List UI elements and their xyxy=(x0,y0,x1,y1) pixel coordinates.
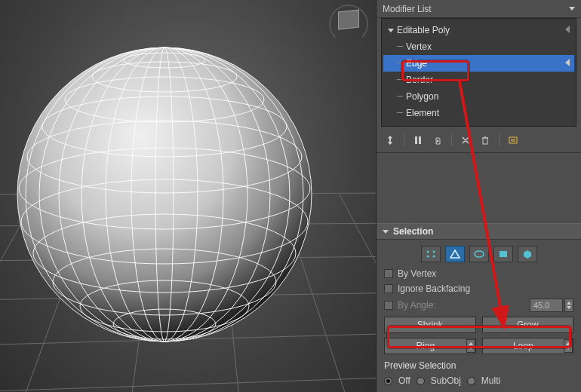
level-border-button[interactable] xyxy=(469,246,489,262)
shrink-button[interactable]: Shrink xyxy=(384,317,476,333)
rollup-title: Selection xyxy=(393,226,433,237)
svg-point-43 xyxy=(426,256,429,258)
svg-rect-33 xyxy=(419,136,421,144)
by-angle-spinner[interactable] xyxy=(530,299,573,312)
radio-multi[interactable] xyxy=(467,377,475,385)
checkbox-icon xyxy=(384,269,393,278)
modifier-list-label: Modifier List xyxy=(383,4,432,14)
checkbox-label: By Vertex xyxy=(398,268,436,279)
make-unique-icon[interactable] xyxy=(432,134,444,146)
viewport-3d[interactable] xyxy=(0,0,376,392)
level-element-button[interactable] xyxy=(518,246,537,262)
button-label: Ring xyxy=(385,341,466,351)
subobject-label: Edge xyxy=(406,58,427,69)
selection-rollup-body: By Vertex Ignore Backfacing By Angle: Sh… xyxy=(377,240,581,392)
configure-sets-icon[interactable] xyxy=(507,134,519,146)
pin-icon[interactable] xyxy=(384,134,396,146)
svg-line-5 xyxy=(0,377,376,392)
stack-toolbar xyxy=(377,131,581,153)
subobject-edge[interactable]: Edge xyxy=(383,55,574,72)
level-edge-button[interactable] xyxy=(445,246,465,262)
spinner-arrows[interactable] xyxy=(564,299,573,312)
ignore-backfacing-checkbox[interactable]: Ignore Backfacing xyxy=(384,283,573,294)
remove-modifier-icon[interactable] xyxy=(460,134,472,146)
svg-rect-32 xyxy=(415,136,417,144)
subobject-label: Polygon xyxy=(406,91,438,102)
button-label: Loop xyxy=(483,341,564,351)
radio-label: Multi xyxy=(481,375,500,386)
svg-point-45 xyxy=(475,251,484,257)
preview-selection-label: Preview Selection xyxy=(384,360,573,371)
svg-point-44 xyxy=(432,256,435,258)
subobject-label: Border xyxy=(406,75,433,85)
subobject-border[interactable]: Border xyxy=(383,72,574,88)
viewport-scene xyxy=(0,0,376,392)
subobject-polygon[interactable]: Polygon xyxy=(383,88,574,105)
subobject-label: Vertex xyxy=(406,41,432,52)
by-angle-row: By Angle: xyxy=(384,299,573,312)
level-polygon-button[interactable] xyxy=(493,246,513,262)
subobject-vertex[interactable]: Vertex xyxy=(383,38,574,55)
subobject-level-buttons xyxy=(384,244,573,264)
svg-rect-38 xyxy=(509,137,517,143)
level-vertex-button[interactable] xyxy=(421,246,441,262)
button-label: Grow xyxy=(483,320,573,330)
by-angle-label: By Angle: xyxy=(398,300,436,311)
spinner-arrows[interactable] xyxy=(466,339,475,353)
chevron-left-icon xyxy=(565,59,570,66)
spinner-arrows[interactable] xyxy=(564,339,573,353)
svg-point-42 xyxy=(432,251,435,253)
expand-icon[interactable] xyxy=(388,29,394,32)
loop-button[interactable]: Loop xyxy=(482,338,574,354)
svg-point-34 xyxy=(437,140,439,142)
chevron-left-icon xyxy=(565,26,570,33)
modifier-list-dropdown[interactable]: Modifier List xyxy=(377,0,581,18)
grow-button[interactable]: Grow xyxy=(482,317,574,333)
radio-subobj[interactable] xyxy=(417,377,425,385)
modifier-stack: Editable Poly Vertex Edge Border Polygon… xyxy=(381,18,576,127)
stack-item-editable-poly[interactable]: Editable Poly xyxy=(383,22,574,38)
subobject-element[interactable]: Element xyxy=(383,105,574,121)
app-root: Modifier List Editable Poly Vertex Edge … xyxy=(0,0,581,392)
button-label: Shrink xyxy=(385,320,475,330)
checkbox-icon[interactable] xyxy=(384,301,393,310)
svg-point-41 xyxy=(426,251,429,253)
selection-rollup-header[interactable]: Selection xyxy=(377,223,581,240)
trash-icon[interactable] xyxy=(479,134,491,146)
checkbox-label: Ignore Backfacing xyxy=(398,283,470,294)
by-vertex-checkbox[interactable]: By Vertex xyxy=(384,268,573,279)
checkbox-icon xyxy=(384,284,393,293)
ring-button[interactable]: Ring xyxy=(384,338,476,354)
svg-rect-35 xyxy=(483,138,487,144)
preview-selection-radios: Off SubObj Multi xyxy=(384,375,573,386)
stack-item-label: Editable Poly xyxy=(397,25,450,35)
command-panel: Modifier List Editable Poly Vertex Edge … xyxy=(376,0,581,392)
chevron-down-icon xyxy=(383,230,389,234)
show-end-result-icon[interactable] xyxy=(412,134,424,146)
by-angle-input[interactable] xyxy=(530,299,563,312)
subobject-label: Element xyxy=(406,108,439,118)
radio-label: SubObj xyxy=(431,375,461,386)
radio-off[interactable] xyxy=(384,377,392,385)
chevron-down-icon xyxy=(569,7,575,11)
viewcube-gizmo[interactable] xyxy=(326,2,371,47)
svg-rect-46 xyxy=(500,251,507,257)
radio-label: Off xyxy=(398,375,410,386)
